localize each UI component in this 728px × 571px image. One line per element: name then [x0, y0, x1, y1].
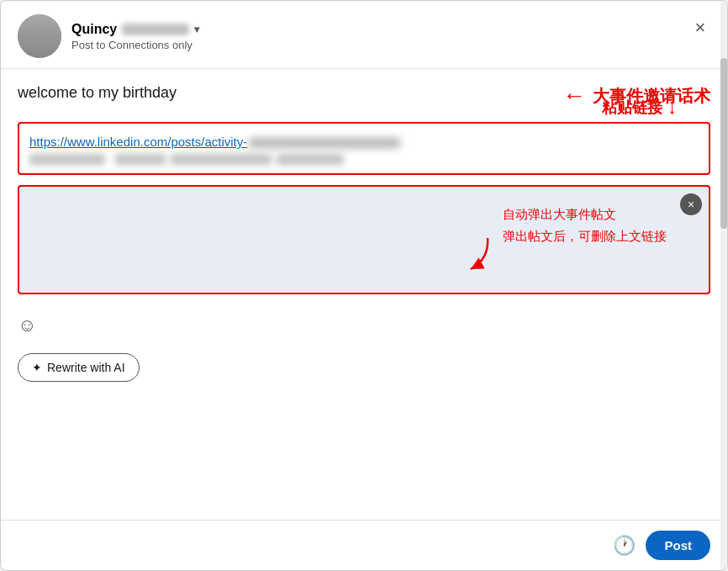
- arrow-down-left-icon: [462, 234, 496, 276]
- arrow-left-icon: ←: [562, 84, 586, 108]
- post-text[interactable]: welcome to my birthday: [18, 82, 554, 103]
- url-text: https://www.linkedin.com/posts/activity-: [29, 135, 247, 149]
- emoji-button[interactable]: ☺: [18, 315, 36, 336]
- close-icon: ×: [695, 17, 706, 39]
- url-blurred-1: [249, 137, 400, 149]
- modal-content: welcome to my birthday ← 大事件邀请话术 粘贴链接 ↓ …: [1, 69, 727, 520]
- url-blurred-2: [29, 154, 105, 165]
- close-button[interactable]: ×: [687, 14, 714, 41]
- modal-footer: 🕐 Post: [1, 520, 727, 570]
- user-name-blurred: [122, 24, 189, 35]
- user-text: Quincy ▾ Post to Connections only: [71, 22, 199, 51]
- sparkle-icon: ✦: [32, 361, 42, 374]
- rewrite-with-ai-button[interactable]: ✦ Rewrite with AI: [18, 353, 140, 382]
- user-name-text: Quincy: [71, 22, 117, 37]
- user-subtitle: Post to Connections only: [71, 39, 199, 51]
- post-button[interactable]: Post: [646, 531, 710, 560]
- annotation-popup-text: 自动弹出大事件帖文弹出帖文后，可删除上文链接: [503, 204, 667, 246]
- user-info: Quincy ▾ Post to Connections only: [18, 14, 199, 58]
- url-blurred-4: [171, 154, 272, 165]
- scrollbar-track: [720, 1, 727, 570]
- preview-card: ×: [18, 185, 710, 294]
- modal-header: Quincy ▾ Post to Connections only ×: [1, 1, 727, 69]
- url-blurred-5: [277, 154, 344, 165]
- preview-card-close-button[interactable]: ×: [680, 193, 702, 215]
- url-blurred-3: [115, 154, 166, 165]
- dropdown-arrow-icon[interactable]: ▾: [194, 24, 199, 35]
- schedule-button[interactable]: 🕐: [613, 535, 636, 557]
- user-name: Quincy ▾: [71, 22, 199, 37]
- rewrite-label: Rewrite with AI: [47, 361, 125, 374]
- url-box[interactable]: https://www.linkedin.com/posts/activity-: [18, 122, 710, 175]
- emoji-bar: ☺: [18, 308, 710, 343]
- scrollbar-thumb[interactable]: [720, 58, 727, 229]
- modal-container: Quincy ▾ Post to Connections only × welc…: [0, 0, 728, 571]
- clock-icon: 🕐: [613, 535, 636, 556]
- annotation-event-text: 大事件邀请话术: [593, 85, 710, 108]
- avatar: [18, 14, 61, 58]
